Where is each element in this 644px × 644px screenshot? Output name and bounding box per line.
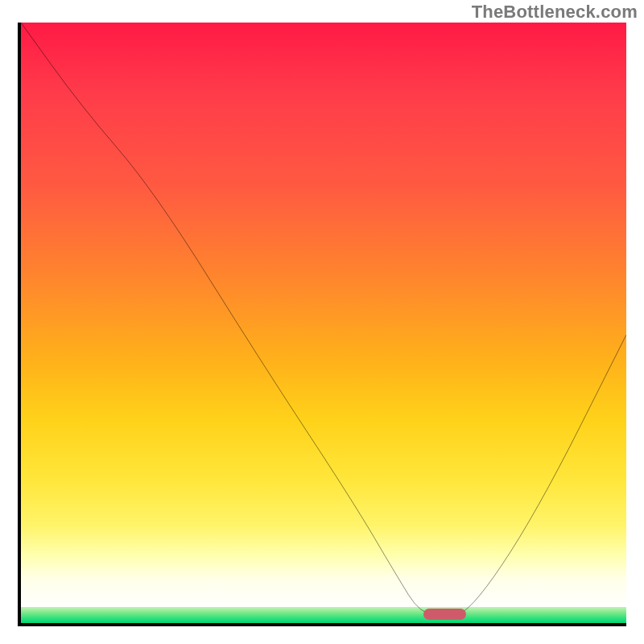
- curve-path: [21, 23, 626, 614]
- bottleneck-curve: [21, 23, 626, 623]
- chart-frame: TheBottleneck.com: [0, 0, 644, 644]
- watermark-label: TheBottleneck.com: [472, 2, 638, 23]
- plot-area: [18, 23, 626, 626]
- optimum-marker: [423, 609, 466, 620]
- plot-inner: [21, 23, 626, 623]
